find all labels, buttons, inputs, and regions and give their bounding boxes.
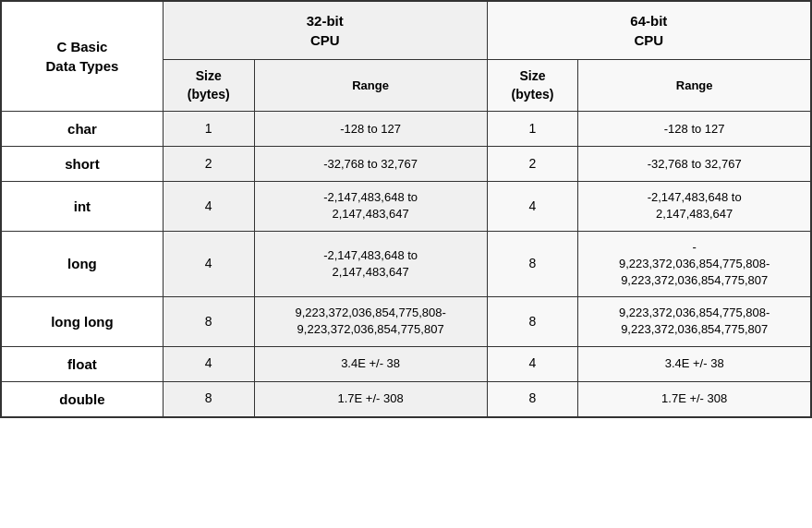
col-64-size-header: Size (bytes) bbox=[487, 60, 578, 112]
range-64-cell: 1.7E +/- 308 bbox=[578, 381, 811, 417]
range-64-cell: - 9,223,372,036,854,775,808- 9,223,372,0… bbox=[578, 231, 811, 297]
size-32-cell: 8 bbox=[163, 297, 254, 346]
size-64-cell: 8 bbox=[487, 381, 578, 417]
range-32-cell: 3.4E +/- 38 bbox=[254, 346, 487, 381]
size-64-cell: 8 bbox=[487, 231, 578, 297]
table-container: C Basic Data Types 32-bit CPU 64-bit CPU… bbox=[0, 0, 812, 418]
size-64-cell: 8 bbox=[487, 297, 578, 346]
range-64-cell: -128 to 127 bbox=[578, 112, 811, 147]
col-32-range-header: Range bbox=[254, 60, 487, 112]
size-64-cell: 4 bbox=[487, 346, 578, 381]
size-32-cell: 4 bbox=[163, 182, 254, 231]
size-32-cell: 1 bbox=[163, 112, 254, 147]
size-64-cell: 2 bbox=[487, 147, 578, 182]
col-64-range-header: Range bbox=[578, 60, 811, 112]
size-32-cell: 4 bbox=[163, 231, 254, 297]
col-32-size-header: Size (bytes) bbox=[163, 60, 254, 112]
col-data-types-header: C Basic Data Types bbox=[1, 1, 163, 112]
size-64-cell: 4 bbox=[487, 182, 578, 231]
size-64-cell: 1 bbox=[487, 112, 578, 147]
col-64bit-header: 64-bit CPU bbox=[487, 1, 811, 60]
range-32-cell: 9,223,372,036,854,775,808- 9,223,372,036… bbox=[254, 297, 487, 346]
type-cell: short bbox=[1, 147, 163, 182]
type-cell: long long bbox=[1, 297, 163, 346]
size-32-cell: 8 bbox=[163, 381, 254, 417]
range-64-cell: -2,147,483,648 to 2,147,483,647 bbox=[578, 182, 811, 231]
type-cell: float bbox=[1, 346, 163, 381]
range-64-cell: 3.4E +/- 38 bbox=[578, 346, 811, 381]
range-64-cell: 9,223,372,036,854,775,808- 9,223,372,036… bbox=[578, 297, 811, 346]
type-cell: char bbox=[1, 112, 163, 147]
range-32-cell: -2,147,483,648 to 2,147,483,647 bbox=[254, 231, 487, 297]
range-32-cell: 1.7E +/- 308 bbox=[254, 381, 487, 417]
type-cell: long bbox=[1, 231, 163, 297]
range-32-cell: -128 to 127 bbox=[254, 112, 487, 147]
col-32bit-header: 32-bit CPU bbox=[163, 1, 487, 60]
size-32-cell: 4 bbox=[163, 346, 254, 381]
range-32-cell: -32,768 to 32,767 bbox=[254, 147, 487, 182]
size-32-cell: 2 bbox=[163, 147, 254, 182]
type-cell: double bbox=[1, 381, 163, 417]
type-cell: int bbox=[1, 182, 163, 231]
range-64-cell: -32,768 to 32,767 bbox=[578, 147, 811, 182]
range-32-cell: -2,147,483,648 to 2,147,483,647 bbox=[254, 182, 487, 231]
data-types-table: C Basic Data Types 32-bit CPU 64-bit CPU… bbox=[0, 0, 812, 418]
